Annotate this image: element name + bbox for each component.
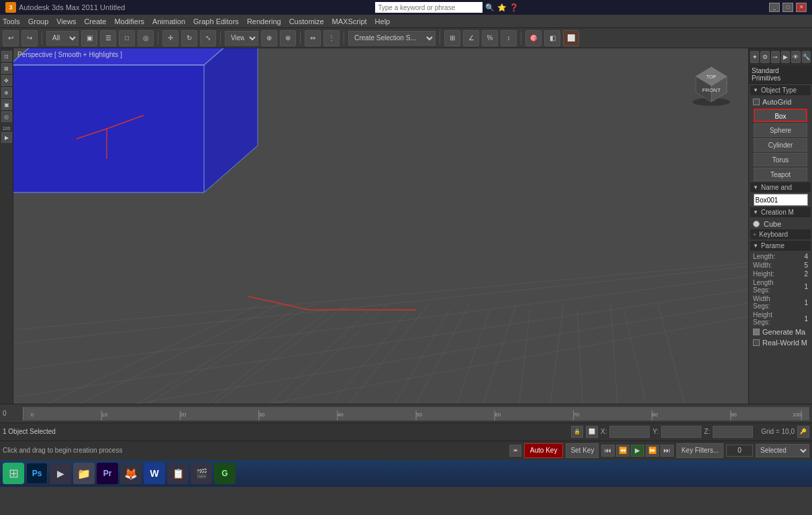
filter-dropdown[interactable]: All	[46, 31, 79, 46]
named-sel-btn[interactable]: 🎯	[525, 30, 542, 46]
play-button[interactable]: ▶	[631, 445, 644, 457]
media-icon[interactable]: 🎬	[191, 463, 212, 484]
rect-select-button[interactable]: □	[119, 30, 135, 46]
set-key-button[interactable]: Set Key	[566, 443, 599, 458]
select-center-button[interactable]: ⊗	[280, 30, 296, 46]
y-input[interactable]	[661, 426, 701, 438]
hierarchy-tab[interactable]: ⊸	[771, 51, 780, 63]
x-input[interactable]	[609, 426, 650, 438]
spinner-snap[interactable]: ↕	[501, 30, 517, 46]
snap-toggle[interactable]: ⊞	[444, 30, 460, 46]
z-input[interactable]	[713, 426, 753, 438]
lt-btn3[interactable]: ✥	[1, 75, 12, 86]
creation-arrow-icon: ▼	[753, 209, 758, 215]
svg-marker-32	[204, 48, 258, 192]
angle-snap[interactable]: ∠	[463, 30, 479, 46]
keyboard-header[interactable]: + Keyboard	[750, 229, 811, 239]
premiere-icon[interactable]: Pr	[97, 463, 118, 484]
creation-header[interactable]: ▼ Creation M	[750, 207, 811, 217]
modify-tab[interactable]: ⚙	[760, 51, 769, 63]
mirror-button[interactable]: ⇔	[305, 30, 321, 46]
array-button[interactable]: ⋮	[323, 30, 340, 46]
key-icon[interactable]: 🔑	[797, 426, 809, 438]
close-button[interactable]: ✕	[796, 3, 807, 12]
selected-dropdown[interactable]: Selected	[756, 444, 809, 457]
menu-help[interactable]: Help	[375, 17, 391, 25]
explorer-icon[interactable]: 📋	[167, 463, 189, 484]
params-header[interactable]: ▼ Parame	[750, 241, 811, 251]
tape-icon[interactable]: 📼	[509, 445, 521, 457]
menu-maxscript[interactable]: MAXScript	[332, 17, 367, 25]
minimize-button[interactable]: _	[769, 3, 780, 12]
move-button[interactable]: ✛	[162, 30, 179, 46]
reference-coord-dropdown[interactable]: View	[225, 31, 258, 46]
menu-animation[interactable]: Animation	[152, 17, 185, 25]
lasso-select-button[interactable]: ◎	[138, 30, 154, 46]
start-button[interactable]: ⊞	[3, 463, 24, 484]
box-button[interactable]: Box	[754, 109, 807, 122]
generate-mapping-checkbox[interactable]	[753, 329, 760, 335]
lt-btn1[interactable]: ⊡	[1, 51, 12, 62]
prev-frame-button[interactable]: ⏪	[616, 445, 629, 457]
cylinder-button[interactable]: Cylinder	[754, 138, 807, 152]
undo-button[interactable]: ↩	[3, 30, 19, 46]
menu-tools[interactable]: Tools	[3, 17, 20, 25]
next-frame-button[interactable]: ⏩	[646, 445, 659, 457]
menu-views[interactable]: Views	[56, 17, 76, 25]
go-start-button[interactable]: ⏮	[601, 445, 615, 457]
lt-btn4[interactable]: ⊕	[1, 87, 12, 98]
menu-rendering[interactable]: Rendering	[247, 17, 281, 25]
create-tab[interactable]: ✦	[750, 51, 759, 63]
lt-btn2[interactable]: ⊠	[1, 63, 12, 74]
grasshopper-icon[interactable]: G	[214, 463, 236, 484]
redo-button[interactable]: ↪	[21, 30, 38, 46]
object-name-input[interactable]	[754, 194, 808, 206]
word-icon[interactable]: W	[144, 463, 165, 484]
teapot-button[interactable]: Teapot	[754, 168, 807, 181]
real-world-checkbox[interactable]	[753, 339, 760, 346]
maximize-button[interactable]: □	[782, 3, 793, 12]
photoshop-icon[interactable]: Ps	[26, 463, 48, 484]
menu-group[interactable]: Group	[28, 17, 49, 25]
length-segs-value: 1	[789, 283, 808, 290]
rotate-button[interactable]: ↻	[181, 30, 197, 46]
menu-modifiers[interactable]: Modifiers	[114, 17, 144, 25]
menu-customize[interactable]: Customize	[289, 17, 324, 25]
name-section-header[interactable]: ▼ Name and	[750, 182, 811, 192]
firefox-icon[interactable]: 🦊	[120, 463, 142, 484]
lt-btn6[interactable]: ◎	[1, 111, 12, 122]
selection-icon[interactable]: ⬜	[586, 426, 598, 438]
display-tab[interactable]: 👁	[791, 51, 800, 63]
use-pivot-button[interactable]: ⊕	[261, 30, 277, 46]
object-type-header[interactable]: ▼ Object Type	[750, 85, 811, 95]
percent-snap[interactable]: %	[482, 30, 498, 46]
cube-radio[interactable]	[753, 221, 760, 227]
folder-icon[interactable]: 📁	[73, 463, 95, 484]
lt-btn5[interactable]: ▣	[1, 99, 12, 110]
timeline-area[interactable]: 0 0 10 20 30 40 50 60 70 80 90 100	[0, 404, 812, 422]
keyword-search[interactable]	[375, 2, 483, 13]
viewport[interactable]: Perspective [ Smooth + Highlights ]	[13, 48, 748, 404]
scale-button[interactable]: ⤡	[200, 30, 216, 46]
select-object-button[interactable]: ▣	[81, 30, 97, 46]
lt-btn7[interactable]: ▶	[1, 132, 12, 143]
autogrid-checkbox[interactable]	[753, 99, 760, 105]
torus-button[interactable]: Torus	[754, 153, 807, 166]
go-end-button[interactable]: ⏭	[660, 445, 674, 457]
sphere-button[interactable]: Sphere	[754, 123, 807, 137]
motion-tab[interactable]: ▶	[781, 51, 790, 63]
media-player-icon[interactable]: ▶	[50, 463, 71, 484]
menu-create[interactable]: Create	[84, 17, 106, 25]
render-type[interactable]: ◧	[544, 30, 560, 46]
lock-icon[interactable]: 🔒	[571, 426, 583, 438]
time-ruler[interactable]: 0 10 20 30 40 50 60 70 80 90 100	[23, 407, 809, 420]
menu-graph-editors[interactable]: Graph Editors	[193, 17, 239, 25]
render-btn[interactable]: ⬜	[563, 30, 579, 46]
viewcube[interactable]: FRONT TOP	[688, 62, 735, 109]
selection-set-dropdown[interactable]: Create Selection S...	[348, 31, 436, 46]
frame-display[interactable]: 0	[726, 445, 753, 457]
auto-key-button[interactable]: Auto Key	[524, 443, 564, 458]
key-filters-button[interactable]: Key Filters...	[676, 443, 723, 458]
select-by-name-button[interactable]: ☰	[100, 30, 116, 46]
utilities-tab[interactable]: 🔧	[802, 51, 811, 63]
